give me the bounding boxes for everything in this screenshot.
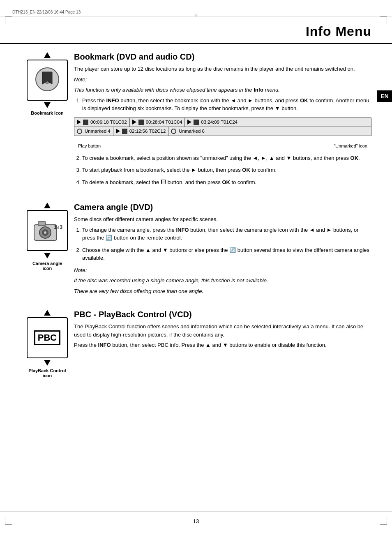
page-title-bar: Info Menu (0, 16, 392, 44)
pbc-icon-wrapper: PBC (27, 317, 68, 358)
bookmark-note-bold: Info (254, 87, 263, 93)
play-icon-1 (77, 120, 81, 125)
ok-bold-4: OK (222, 179, 230, 185)
camera-svg: 1 of 3 (30, 213, 65, 248)
bookmark-note-label: Note: (74, 76, 371, 84)
arrow-down-icon (44, 102, 51, 108)
page-number: 13 (193, 518, 199, 524)
ok-bold-1: OK (300, 97, 308, 104)
play-icon-4 (116, 129, 120, 134)
camera-arrow-up (44, 203, 51, 208)
film-icon-4 (122, 129, 127, 134)
corner-mark-tr (380, 16, 387, 24)
bookmark-steps-list: Press the INFO button, then select the b… (74, 97, 371, 113)
info-bold-1: INFO (106, 97, 119, 104)
pbc-body: PBC - PlayBack Control (VCD) The PlayBac… (74, 310, 371, 378)
corner-mark-tl (5, 16, 12, 24)
cd-icon-2 (171, 129, 176, 134)
bookmark-cell-1-1: 00:06:18 T01C02 (74, 118, 130, 127)
svg-text:of: of (56, 226, 59, 230)
page-title: Info Menu (21, 24, 371, 39)
bookmark-cell-2-2: 02:12:56 T02C12 (113, 127, 169, 136)
camera-section: 1 of 3 Camera angle icon Camera angle (D… (21, 203, 371, 297)
bookmark-cell-1-2: 00:28:04 T01C04 (130, 118, 185, 127)
svg-text:3: 3 (60, 224, 62, 230)
play-icon-2 (132, 120, 136, 125)
bookmark-step-2: To create a bookmark, select a position … (82, 154, 371, 162)
file-info: DTH213_EN 22/12/03 16:44 Page 13 (12, 10, 81, 14)
pbc-body-text: Press the INFO button, then select PBC i… (74, 341, 371, 349)
bookmark-table-row-2: Unmarked 4 02:12:56 T02C12 Unmarked 6 (74, 127, 371, 136)
bookmark-step-4: To delete a bookmark, select the 🎞 butto… (82, 178, 371, 187)
page-footer: 13 (0, 511, 392, 531)
bookmark-cell-1-3: 03:24:09 T01C24 (185, 118, 240, 127)
bookmark-table: 00:06:18 T01C02 00:28:04 T01C04 03:24:09… (74, 118, 371, 136)
camera-arrow-down (44, 253, 51, 258)
camera-icon-column: 1 of 3 Camera angle icon (21, 203, 74, 297)
table-annotation: Play button "Unmarked" icon (74, 143, 371, 148)
bookmark-step-1: Press the INFO button, then select the b… (82, 97, 371, 113)
play-button-annotation: Play button (78, 143, 101, 148)
camera-icon-box: 1 of 3 (27, 210, 68, 251)
bookmark-note-text: This function is only available with dis… (74, 86, 371, 94)
arrow-up-icon (44, 52, 51, 58)
camera-body: Camera angle (DVD) Some discs offer diff… (74, 203, 371, 297)
bookmark-icon-box (27, 60, 68, 101)
bookmark-section: Bookmark icon Bookmark (DVD and audio CD… (21, 52, 371, 190)
bookmark-icon-column: Bookmark icon (21, 52, 74, 190)
camera-note-label: Note: (74, 266, 371, 274)
bookmark-icon-label: Bookmark icon (31, 111, 63, 115)
bookmark-cell-2-3: Unmarked 6 (168, 127, 207, 136)
pbc-section: PBC PlayBack Control icon PBC - PlayBack… (21, 310, 371, 378)
pbc-arrow-up (44, 310, 51, 316)
bookmark-title: Bookmark (DVD and audio CD) (74, 52, 371, 62)
bookmark-icon-wrapper (27, 60, 68, 101)
camera-step-1: To change the camera angle, press the IN… (82, 226, 371, 242)
camera-note-line-2: There are very few discs offering more t… (74, 287, 371, 295)
ok-bold-3: OK (242, 167, 250, 173)
camera-icon-wrapper: 1 of 3 (27, 210, 68, 251)
pbc-arrow-down (44, 360, 51, 366)
crosshair-top (194, 12, 198, 19)
pbc-icon-label: PBC (34, 330, 60, 345)
pbc-icon-column: PBC PlayBack Control icon (21, 310, 74, 378)
pbc-intro: The PlayBack Control function offers sce… (74, 323, 371, 339)
bookmark-step-3: To start playback from a bookmark, selec… (82, 166, 371, 174)
camera-note-line-1: If the disc was recorded using a single … (74, 277, 371, 285)
pbc-info-bold: INFO (98, 342, 111, 348)
film-icon-1 (83, 120, 88, 125)
camera-intro: Some discs offer different camera angles… (74, 215, 371, 224)
camera-steps-list: To change the camera angle, press the IN… (74, 226, 371, 262)
camera-step-2: Choose the angle with the ▲ and ▼ button… (82, 246, 371, 262)
pbc-title: PBC - PlayBack Control (VCD) (74, 310, 371, 319)
cd-icon-1 (77, 129, 82, 134)
pbc-icon-caption: PlayBack Control icon (28, 368, 66, 378)
page: DTH213_EN 22/12/03 16:44 Page 13 Info Me… (0, 0, 392, 535)
bookmark-intro: The player can store up to 12 disc locat… (74, 65, 371, 73)
camera-icon-label: Camera angle icon (32, 261, 62, 271)
bookmark-svg-icon (31, 64, 64, 97)
main-content: Bookmark icon Bookmark (DVD and audio CD… (0, 52, 392, 378)
play-icon-3 (187, 120, 191, 125)
pbc-icon-box: PBC (27, 317, 68, 358)
ok-bold-2: OK (350, 155, 359, 161)
film-icon-2 (138, 120, 144, 125)
unmarked-icon-annotation: "Unmarked" icon (334, 143, 367, 148)
camera-title: Camera angle (DVD) (74, 203, 371, 212)
bookmark-cell-2-1: Unmarked 4 (74, 127, 113, 136)
svg-rect-8 (38, 221, 46, 226)
bookmark-table-row-1: 00:06:18 T01C02 00:28:04 T01C04 03:24:09… (74, 118, 371, 127)
bookmark-steps-list-2: To create a bookmark, select a position … (74, 154, 371, 187)
svg-point-7 (44, 231, 46, 234)
film-icon-3 (194, 120, 199, 125)
bookmark-body: Bookmark (DVD and audio CD) The player c… (74, 52, 371, 190)
language-badge: EN (377, 90, 392, 102)
